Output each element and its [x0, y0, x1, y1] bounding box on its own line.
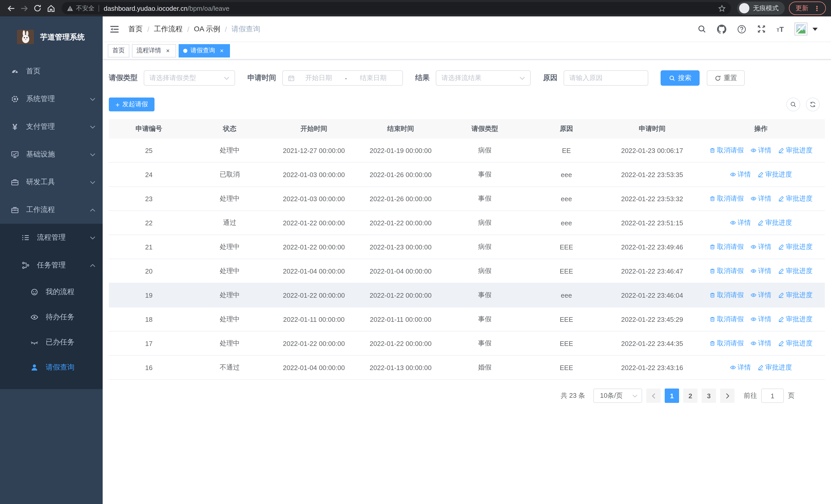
sidebar-logo[interactable]: 芋道管理系统	[0, 17, 103, 58]
update-pill[interactable]: 更新 ⋮	[789, 2, 826, 15]
tab-1[interactable]: 流程详情×	[132, 44, 176, 57]
column-header: 状态	[189, 124, 270, 134]
avatar	[795, 23, 807, 35]
search-icon[interactable]	[697, 25, 706, 33]
progress-link[interactable]: 审批进度	[778, 339, 812, 348]
user-menu[interactable]	[795, 23, 818, 35]
cancel-link[interactable]: 取消请假	[709, 315, 744, 324]
back-button[interactable]	[4, 2, 18, 15]
toggle-search-button[interactable]	[786, 97, 800, 111]
breadcrumb-item-1[interactable]: 工作流程	[154, 24, 183, 34]
create-leave-button[interactable]: + 发起请假	[109, 97, 154, 111]
start-date-input[interactable]: 开始日期	[295, 73, 343, 83]
cancel-link[interactable]: 取消请假	[709, 339, 744, 348]
page-button-3[interactable]: 3	[701, 388, 716, 403]
progress-link[interactable]: 审批进度	[778, 194, 812, 203]
sidebar-item-payment[interactable]: ¥支付管理	[0, 113, 103, 141]
breadcrumb-item-2[interactable]: OA 示例	[194, 24, 221, 34]
close-icon[interactable]: ×	[218, 47, 225, 54]
tab-label: 首页	[112, 46, 125, 55]
progress-link[interactable]: 审批进度	[778, 242, 812, 251]
progress-link[interactable]: 审批进度	[757, 363, 792, 372]
search-button[interactable]: 搜索	[661, 70, 699, 86]
detail-link[interactable]: 详情	[750, 266, 771, 276]
progress-link[interactable]: 审批进度	[778, 315, 812, 324]
sidebar-item-workflow[interactable]: 工作流程	[0, 196, 103, 224]
detail-link[interactable]: 详情	[750, 242, 771, 251]
breadcrumb-separator: /	[188, 25, 190, 33]
detail-link[interactable]: 详情	[750, 146, 771, 155]
progress-link[interactable]: 审批进度	[757, 218, 792, 227]
detail-link[interactable]: 详情	[750, 315, 771, 324]
incognito-badge: 无痕模式	[737, 2, 785, 15]
page-button-1[interactable]: 1	[665, 388, 679, 403]
url-bar[interactable]: 不安全 dashboard.yudao.iocoder.cn /bpm/oa/l…	[62, 2, 731, 14]
bookmark-star-icon[interactable]	[718, 4, 726, 12]
detail-link[interactable]: 详情	[730, 218, 751, 227]
cancel-link[interactable]: 取消请假	[709, 291, 744, 300]
action-label: 详情	[758, 194, 771, 203]
action-label: 审批进度	[786, 266, 812, 276]
end-date-input[interactable]: 结束日期	[349, 73, 397, 83]
sidebar-item-infra[interactable]: 基础设施	[0, 141, 103, 168]
cancel-link[interactable]: 取消请假	[709, 146, 744, 155]
leave-type-select[interactable]: 请选择请假类型	[144, 70, 235, 86]
sidebar-item-todo-tasks[interactable]: 待办任务	[0, 304, 103, 329]
result-select[interactable]: 请选择流结果	[436, 70, 531, 86]
home-button[interactable]	[44, 2, 57, 15]
breadcrumb-item-0[interactable]: 首页	[128, 24, 143, 34]
sidebar-item-system[interactable]: 系统管理	[0, 85, 103, 113]
progress-link[interactable]: 审批进度	[778, 146, 812, 155]
help-icon[interactable]	[737, 24, 746, 34]
reset-button[interactable]: 重置	[707, 70, 745, 86]
progress-link[interactable]: 审批进度	[778, 291, 812, 300]
page-size-select[interactable]: 10条/页	[593, 388, 642, 403]
cell-leave-type: 婚假	[444, 363, 525, 372]
sidebar-collapse-icon[interactable]	[109, 23, 120, 35]
browser-menu-icon[interactable]: ⋮	[813, 4, 820, 12]
progress-link[interactable]: 审批进度	[778, 266, 812, 276]
fullscreen-icon[interactable]	[757, 25, 766, 33]
sidebar-item-task-mgmt[interactable]: 任务管理	[0, 251, 103, 279]
date-range-picker[interactable]: 开始日期 - 结束日期	[282, 70, 403, 86]
cell-apply-time: 2022-01-22 23:53:32	[607, 195, 697, 203]
sidebar-item-label: 请假查询	[46, 363, 75, 372]
detail-link[interactable]: 详情	[750, 194, 771, 203]
cell-end-time: 2022-01-22 00:00:00	[357, 219, 444, 227]
plus-icon: +	[115, 101, 120, 108]
github-icon[interactable]	[717, 24, 726, 34]
reload-button[interactable]	[31, 2, 44, 15]
font-size-icon[interactable]: TT	[777, 25, 784, 33]
detail-link[interactable]: 详情	[730, 170, 751, 179]
goto-page-input[interactable]	[761, 388, 784, 403]
security-label[interactable]: 不安全	[76, 4, 94, 12]
detail-link[interactable]: 详情	[730, 363, 751, 372]
sidebar-item-leave-query[interactable]: 请假查询	[0, 355, 103, 380]
chevron-down-icon	[90, 180, 95, 184]
browser-toolbar: 不安全 dashboard.yudao.iocoder.cn /bpm/oa/l…	[0, 0, 831, 17]
sidebar-item-process-mgmt[interactable]: 流程管理	[0, 224, 103, 251]
cancel-link[interactable]: 取消请假	[709, 242, 744, 251]
next-page-button[interactable]	[720, 388, 735, 403]
sidebar-item-done-tasks[interactable]: 已办任务	[0, 329, 103, 355]
tab-0[interactable]: 首页	[108, 44, 130, 57]
prev-page-button[interactable]	[646, 388, 661, 403]
column-header: 请假类型	[444, 124, 525, 134]
reason-input[interactable]: 请输入原因	[564, 70, 648, 86]
refresh-button[interactable]	[806, 97, 820, 111]
detail-link[interactable]: 详情	[750, 291, 771, 300]
detail-link[interactable]: 详情	[750, 339, 771, 348]
close-icon[interactable]: ×	[164, 47, 171, 54]
sidebar-item-devtools[interactable]: 研发工具	[0, 168, 103, 196]
cancel-link[interactable]: 取消请假	[709, 266, 744, 276]
action-label: 详情	[758, 266, 771, 276]
sidebar-item-home[interactable]: 首页	[0, 58, 103, 85]
forward-button[interactable]	[18, 2, 31, 15]
progress-link[interactable]: 审批进度	[757, 170, 792, 179]
action-label: 详情	[758, 146, 771, 155]
page-button-2[interactable]: 2	[683, 388, 697, 403]
tab-2[interactable]: 请假查询×	[179, 44, 230, 57]
sidebar-item-my-process[interactable]: 我的流程	[0, 279, 103, 304]
update-label[interactable]: 更新	[796, 4, 808, 12]
cancel-link[interactable]: 取消请假	[709, 194, 744, 203]
